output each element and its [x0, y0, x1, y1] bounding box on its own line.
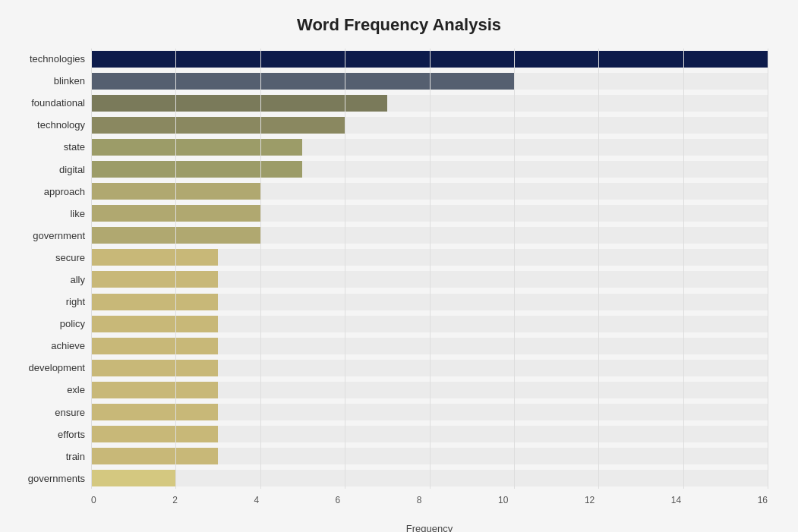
bar-row: right	[91, 291, 768, 312]
bar-track	[91, 227, 768, 244]
x-tick: 0	[91, 495, 96, 505]
bar-label: technology	[8, 119, 91, 131]
bar-row: digital	[91, 159, 768, 179]
bar-fill	[91, 51, 768, 68]
bar-row: development	[91, 357, 768, 378]
bar-row: governments	[91, 468, 768, 489]
bar-track	[91, 139, 768, 156]
bar-fill	[91, 117, 345, 134]
bar-row: achieve	[91, 335, 768, 356]
bar-track	[91, 271, 768, 288]
bar-track	[91, 117, 768, 134]
bar-fill	[91, 183, 260, 200]
bar-label: efforts	[8, 429, 91, 440]
bar-label: foundational	[8, 97, 91, 109]
bar-track	[91, 382, 768, 398]
x-tick: 2	[172, 495, 178, 505]
bar-fill	[91, 338, 218, 354]
bar-row: approach	[91, 181, 768, 202]
bar-row: exle	[91, 379, 768, 400]
bar-track	[91, 404, 768, 420]
bar-track	[91, 316, 768, 332]
bar-label: like	[8, 208, 91, 219]
bar-row: foundational	[91, 93, 768, 113]
bar-fill	[91, 249, 218, 266]
bar-row: train	[91, 446, 768, 467]
bars-wrapper: technologiesblinkenfoundationaltechnolog…	[91, 49, 768, 489]
bar-fill	[91, 382, 218, 398]
bar-fill	[91, 161, 302, 178]
bar-row: state	[91, 137, 768, 157]
bar-label: blinken	[8, 75, 91, 87]
bar-track	[91, 294, 768, 310]
bar-label: train	[8, 451, 91, 462]
bar-label: digital	[8, 164, 91, 175]
bar-fill	[91, 426, 218, 442]
bar-label: state	[8, 141, 91, 153]
bar-row: blinken	[91, 71, 768, 91]
bar-track	[91, 51, 768, 68]
bar-label: approach	[8, 186, 91, 197]
bar-label: governments	[8, 473, 91, 484]
x-axis-ticks: 0246810121416	[91, 495, 768, 505]
bar-fill	[91, 205, 260, 222]
bar-row: like	[91, 203, 768, 224]
bar-row: policy	[91, 313, 768, 334]
bar-track	[91, 338, 768, 354]
bar-label: ensure	[8, 407, 91, 418]
bar-row: technologies	[91, 49, 768, 69]
bar-label: right	[8, 296, 91, 307]
bar-fill	[91, 95, 387, 112]
bar-fill	[91, 316, 218, 332]
bar-label: achieve	[8, 340, 91, 351]
bar-fill	[91, 139, 302, 156]
bar-track	[91, 161, 768, 178]
bar-fill	[91, 448, 218, 464]
bar-track	[91, 360, 768, 376]
bar-row: technology	[91, 115, 768, 135]
bar-row: secure	[91, 247, 768, 268]
bar-row: government	[91, 225, 768, 246]
x-tick: 12	[585, 495, 595, 505]
bar-row: ensure	[91, 402, 768, 423]
bar-fill	[91, 404, 218, 420]
bar-track	[91, 183, 768, 200]
bar-fill	[91, 73, 514, 90]
bar-fill	[91, 294, 218, 310]
bar-fill	[91, 470, 175, 486]
x-axis-label: Frequency	[91, 523, 768, 532]
x-tick: 16	[758, 495, 768, 505]
x-tick: 6	[336, 495, 341, 505]
gridline	[768, 49, 768, 489]
x-tick: 10	[498, 495, 508, 505]
bar-row: efforts	[91, 424, 768, 445]
bar-row: ally	[91, 269, 768, 290]
bar-track	[91, 448, 768, 464]
bar-fill	[91, 271, 218, 288]
bar-track	[91, 426, 768, 442]
bar-label: policy	[8, 318, 91, 329]
chart-area: technologiesblinkenfoundationaltechnolog…	[91, 49, 768, 489]
chart-container: Word Frequency Analysis technologiesblin…	[0, 0, 798, 532]
bar-track	[91, 73, 768, 90]
bar-fill	[91, 227, 260, 244]
x-tick: 14	[671, 495, 681, 505]
bar-track	[91, 249, 768, 266]
bar-label: government	[8, 230, 91, 241]
bar-label: ally	[8, 274, 91, 285]
x-tick: 8	[417, 495, 422, 505]
x-tick: 4	[254, 495, 259, 505]
bar-label: development	[8, 362, 91, 373]
bar-track	[91, 205, 768, 222]
bar-label: technologies	[8, 53, 91, 65]
bar-fill	[91, 360, 218, 376]
x-axis: 0246810121416 Frequency	[91, 495, 768, 518]
bar-label: secure	[8, 252, 91, 263]
bar-track	[91, 95, 768, 112]
bar-track	[91, 470, 768, 486]
chart-title: Word Frequency Analysis	[30, 15, 768, 35]
bar-label: exle	[8, 384, 91, 395]
